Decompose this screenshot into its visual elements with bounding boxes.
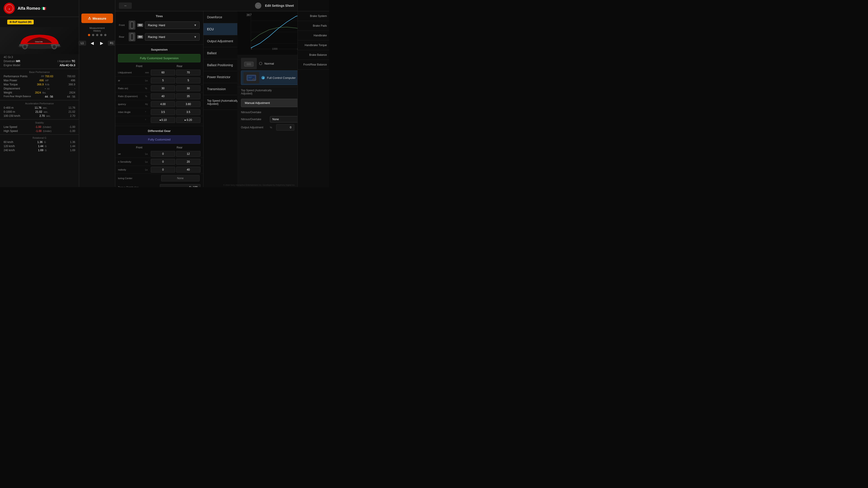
pp-row: Performance Points PP 700.63 700.63 bbox=[0, 74, 79, 78]
tires-section: Tires Front RH Racing: Hard ▼ Rear bbox=[115, 11, 203, 45]
camber-rear-val[interactable]: 3.5 bbox=[176, 109, 200, 115]
spring-rate-values: 5 5 bbox=[151, 77, 200, 84]
freq-front-val[interactable]: 4.00 bbox=[151, 101, 175, 107]
history-dot-3 bbox=[96, 34, 98, 36]
torque-dist-val[interactable]: 0 : 100 bbox=[160, 184, 200, 187]
sens-front-val[interactable]: 0 bbox=[151, 159, 175, 165]
rear-tire-select[interactable]: Racing: Hard ▼ bbox=[145, 33, 199, 41]
rot120-label: 120 km/h bbox=[4, 144, 15, 148]
damp-exp-label: Ratio (Expansion) bbox=[118, 95, 145, 98]
torque-dist-label: Torque Distribution bbox=[118, 186, 158, 187]
camber-values: 3.5 3.5 bbox=[151, 109, 200, 115]
top-bar-center: -- bbox=[119, 4, 132, 7]
alfa-logo: α bbox=[4, 3, 15, 14]
normal-radio[interactable] bbox=[259, 62, 262, 65]
weight-row: Weight 2824 lbs. 2824 bbox=[0, 91, 79, 95]
high-speed-label: High Speed bbox=[4, 129, 18, 133]
fr-balance-comp: 44 : 56 bbox=[67, 95, 75, 98]
weight-unit: lbs. bbox=[42, 91, 46, 94]
rear-tire-icon bbox=[129, 32, 135, 41]
nsitivity-values: 0 40 bbox=[151, 167, 200, 173]
output-adj-val[interactable]: 0 bbox=[276, 124, 294, 131]
toe-rear-val[interactable]: ▸ 0.20 bbox=[176, 117, 200, 123]
car-header: α Alfa Romeo 🇮🇹 bbox=[0, 0, 79, 17]
far-right-handbrake[interactable]: Handbrake bbox=[298, 31, 329, 40]
damp-ratio-unit: % bbox=[145, 87, 151, 90]
rot240-comp: 1.69 bbox=[70, 149, 75, 152]
fr-balance-value: 44 : 56 bbox=[45, 95, 53, 98]
damp-front-val[interactable]: 30 bbox=[151, 86, 175, 91]
far-right-handbrake-torque[interactable]: Handbrake Torque bbox=[298, 40, 329, 50]
fr-balance-row: Front-Rear Weight Balance 44 : 56 44 : 5… bbox=[0, 95, 79, 99]
freq-rear-val[interactable]: 3.80 bbox=[176, 101, 200, 107]
accel100150-row: 100-150 km/h 2.70 sec. 2.70 bbox=[0, 114, 79, 118]
pp-label: Performance Points bbox=[4, 75, 27, 78]
damp-rear-val[interactable]: 30 bbox=[176, 86, 200, 91]
nsit-rear-val[interactable]: 40 bbox=[176, 167, 200, 173]
camber-front-val[interactable]: 3.5 bbox=[151, 109, 175, 115]
full-control-label: Full Control Computer bbox=[267, 76, 296, 79]
rear-tire-name: Racing: Hard bbox=[148, 35, 165, 39]
height-rear-val[interactable]: 70 bbox=[176, 70, 200, 75]
damp-exp-front[interactable]: 40 bbox=[151, 93, 175, 99]
diff-rear-header: Rear bbox=[177, 146, 182, 149]
damp-exp-rear[interactable]: 35 bbox=[176, 93, 200, 99]
ue-unit: Lv. bbox=[145, 153, 151, 155]
far-right-brake-balance[interactable]: Brake Balance bbox=[298, 50, 329, 60]
low-speed-value: -1.00 bbox=[35, 125, 41, 129]
pp-unit: PP bbox=[41, 75, 44, 78]
ue-front-val[interactable]: 0 bbox=[151, 151, 175, 157]
measurement-history: MeasurementHistory bbox=[88, 27, 106, 36]
nav-left-arrow[interactable]: ◀ bbox=[89, 40, 96, 46]
rear-label: Rear bbox=[119, 35, 127, 38]
sens-rear-val[interactable]: 20 bbox=[176, 159, 200, 165]
accel-perf-divider: Acceleration Performance bbox=[0, 100, 79, 106]
nitrous-label: Nitrous/Overtake bbox=[241, 118, 268, 121]
toe-front-val[interactable]: ◂ 0.10 bbox=[151, 117, 175, 123]
front-tire-badge: RH bbox=[137, 24, 143, 27]
engine-model-val: Alfa-4C-Gr.3 bbox=[60, 64, 75, 67]
nsitivity-row: nsitivity Lv. 0 40 bbox=[115, 166, 203, 174]
edit-settings-label: Edit Settings Sheet bbox=[265, 4, 294, 7]
top-bar-avatar: ··· bbox=[255, 2, 261, 9]
far-right-brake-system[interactable]: Brake System bbox=[298, 11, 329, 21]
front-tire-name: Racing: Hard bbox=[148, 24, 165, 27]
base-perf-divider: Base Performance bbox=[0, 69, 79, 74]
nav-right-arrow[interactable]: ▶ bbox=[98, 40, 105, 46]
accel100150-comp: 2.70 bbox=[70, 114, 75, 118]
rear-tire-chevron: ▼ bbox=[194, 35, 197, 39]
spring-rear-val[interactable]: 5 bbox=[176, 77, 200, 84]
suspension-section: Suspension Fully Customized Suspension F… bbox=[115, 45, 203, 126]
normal-thumbnail bbox=[241, 58, 257, 69]
toring-center-val[interactable]: None bbox=[161, 175, 200, 182]
max-torque-label: Max Torque bbox=[4, 83, 18, 86]
far-right-fr-balance[interactable]: Front/Rear Balance bbox=[298, 60, 329, 70]
suspension-type-label: Fully Customized Suspension bbox=[140, 57, 179, 60]
ue-rear-val[interactable]: 12 bbox=[176, 151, 200, 157]
spring-front-val[interactable]: 5 bbox=[151, 77, 175, 84]
accel400-label: 0-400 m bbox=[4, 106, 13, 109]
nsit-front-val[interactable]: 0 bbox=[151, 167, 175, 173]
rot120-comp: 1.44 bbox=[70, 144, 75, 148]
rot240-unit: G bbox=[45, 149, 47, 152]
low-speed-label: Low Speed bbox=[4, 125, 17, 129]
differential-section: Differential Gear Fully Customized Front… bbox=[115, 126, 203, 187]
car-image-area: Coca-Cola bbox=[0, 27, 79, 54]
nav-l1[interactable]: L1 bbox=[79, 41, 86, 46]
far-right-brake-pads[interactable]: Brake Pads bbox=[298, 21, 329, 31]
camber-label: mber Angle bbox=[118, 111, 145, 113]
measure-button[interactable]: ⚠ Measure bbox=[81, 13, 113, 23]
car-image: Coca-Cola bbox=[12, 31, 67, 51]
rot60-value: 1.36 bbox=[37, 140, 42, 144]
height-front-val[interactable]: 60 bbox=[151, 70, 175, 75]
camber-row: mber Angle ° 3.5 3.5 bbox=[115, 108, 203, 116]
copyright: © 2024 Sony Interactive Entertainment In… bbox=[223, 184, 295, 186]
top-bar-label: -- bbox=[119, 2, 132, 9]
top-bar-right: ··· Edit Settings Sheet bbox=[255, 2, 294, 9]
nav-r1[interactable]: R1 bbox=[108, 41, 116, 46]
front-tire-select[interactable]: Racing: Hard ▼ bbox=[145, 22, 199, 29]
history-dot-4 bbox=[100, 34, 102, 36]
rot120-row: 120 km/h 1.44 G 1.44 bbox=[0, 144, 79, 148]
full-control-radio[interactable] bbox=[261, 76, 265, 79]
max-power-unit: HP bbox=[45, 79, 49, 82]
